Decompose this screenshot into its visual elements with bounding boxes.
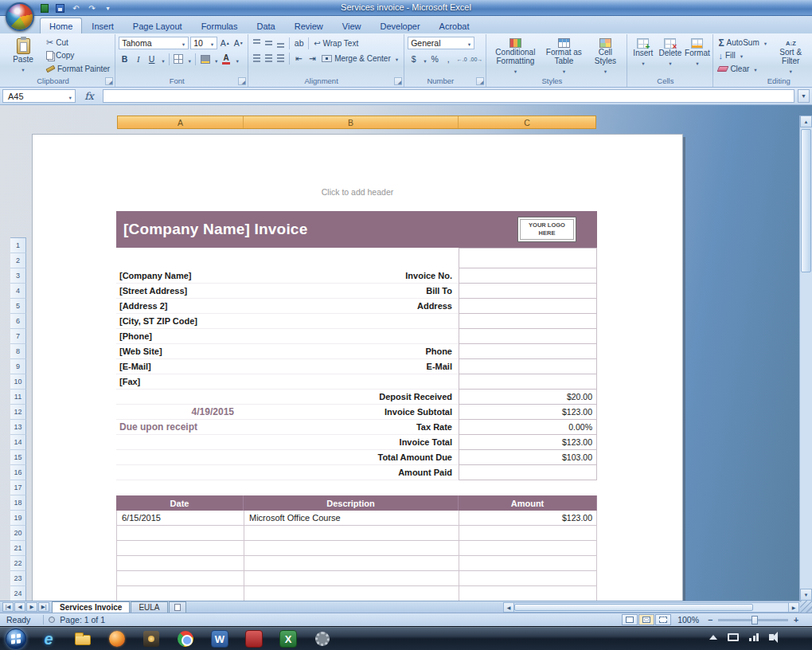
line-item-description[interactable] [244, 586, 459, 601]
summary-note-cell[interactable]: 4/19/2015 [116, 405, 244, 420]
fill-color-button[interactable] [199, 53, 211, 65]
vertical-scrollbar[interactable]: ▲ ▼ [799, 116, 812, 601]
shrink-font-button[interactable]: A▼ [232, 37, 244, 49]
format-cells-button[interactable]: Format [685, 37, 709, 75]
summary-value-cell[interactable]: $123.00 [459, 405, 597, 420]
alignment-dialog-launcher[interactable] [394, 77, 402, 85]
chrome-icon[interactable] [175, 628, 196, 649]
summary-value-cell[interactable]: 0.00% [459, 420, 597, 435]
format-painter-button[interactable]: Format Painter [45, 63, 111, 75]
company-field-cell[interactable]: [Company Name] [116, 268, 244, 284]
row-header[interactable]: 15 [10, 450, 26, 465]
tab-insert[interactable]: Insert [82, 18, 123, 33]
last-sheet-button[interactable]: ▶| [38, 602, 49, 612]
cut-button[interactable]: ✂ Cut [45, 37, 111, 49]
zoom-slider[interactable] [718, 619, 788, 621]
office-button[interactable] [6, 2, 34, 31]
align-right-button[interactable] [275, 54, 286, 63]
row-header[interactable]: 24 [10, 586, 26, 601]
row-header[interactable]: 17 [10, 480, 26, 495]
insert-function-button[interactable]: fx [79, 90, 100, 102]
field-label-cell[interactable] [244, 329, 459, 344]
row-header[interactable]: 11 [10, 390, 26, 405]
invoice-title[interactable]: [Company Name] Invoice [116, 221, 307, 238]
company-field-cell[interactable]: [E-Mail] [116, 359, 244, 374]
sort-filter-button[interactable]: Sort & Filter [771, 37, 810, 75]
company-field-cell[interactable]: [City, ST ZIP Code] [116, 314, 244, 329]
comma-style-button[interactable]: , [443, 53, 455, 65]
previous-sheet-button[interactable]: ◀ [14, 602, 25, 612]
insert-worksheet-tab[interactable] [169, 601, 186, 613]
sheet-tab-eula[interactable]: EULA [131, 601, 167, 613]
field-value-cell[interactable] [459, 344, 597, 359]
increase-decimal-button[interactable] [456, 53, 468, 65]
accounting-format-button[interactable]: $ [408, 53, 420, 65]
summary-value-cell[interactable] [459, 465, 597, 480]
borders-button[interactable] [173, 53, 185, 65]
column-header-b[interactable]: B [244, 116, 459, 128]
field-label-cell[interactable]: Phone [244, 344, 459, 359]
row-header[interactable]: 1 [10, 238, 26, 253]
underline-button[interactable]: U [146, 53, 158, 65]
horizontal-scrollbar[interactable]: ◀ ▶ [503, 602, 799, 613]
network-tray-icon[interactable] [749, 633, 759, 641]
summary-note-cell[interactable] [116, 465, 244, 480]
summary-value-cell[interactable]: $123.00 [459, 435, 597, 450]
field-value-cell[interactable] [459, 329, 597, 344]
decrease-indent-button[interactable]: ⇤ [293, 53, 305, 65]
row-header[interactable]: 12 [10, 405, 26, 420]
row-header[interactable]: 10 [10, 374, 26, 390]
volume-tray-icon[interactable] [769, 634, 774, 640]
summary-label-cell[interactable]: Deposit Received [244, 390, 459, 405]
zoom-in-button[interactable]: + [791, 615, 801, 625]
row-header[interactable]: 2 [10, 253, 26, 268]
clipboard-dialog-launcher[interactable] [105, 77, 113, 85]
number-dialog-launcher[interactable] [476, 77, 484, 85]
delete-cells-button[interactable]: Delete [658, 37, 682, 75]
line-item-date[interactable] [116, 556, 244, 571]
display-tray-icon[interactable] [728, 633, 739, 641]
font-color-button[interactable]: A [221, 53, 232, 65]
field-value-cell[interactable] [459, 284, 597, 299]
field-value-cell[interactable] [459, 268, 597, 284]
accounting-dropdown[interactable] [421, 52, 427, 66]
settings-icon[interactable] [312, 628, 333, 649]
start-button[interactable] [6, 628, 26, 649]
company-field-cell[interactable]: [Fax] [116, 374, 244, 390]
autosum-button[interactable]: Σ AutoSum [716, 37, 769, 49]
row-header[interactable]: 14 [10, 435, 26, 450]
row-header[interactable]: 23 [10, 571, 26, 586]
excel-icon[interactable]: X [278, 628, 299, 649]
amount-column-header[interactable]: Amount [459, 495, 597, 511]
line-item-description[interactable] [244, 541, 459, 556]
line-item-amount[interactable]: $123.00 [459, 511, 597, 526]
line-item-description[interactable] [244, 556, 459, 571]
row-header[interactable]: 7 [10, 329, 26, 344]
row-header[interactable]: 4 [10, 284, 26, 299]
column-header-c[interactable]: C [459, 116, 595, 128]
fill-button[interactable]: ↓ Fill [716, 49, 769, 61]
scroll-left-button[interactable]: ◀ [504, 603, 514, 612]
conditional-formatting-button[interactable]: Conditional Formatting [490, 37, 541, 75]
summary-value-cell[interactable]: $103.00 [459, 450, 597, 465]
font-color-dropdown[interactable] [234, 52, 240, 66]
format-as-table-button[interactable]: Format as Table [543, 37, 584, 75]
line-item-description[interactable] [244, 526, 459, 541]
orientation-button[interactable]: ab [293, 37, 305, 49]
summary-note-cell[interactable]: Due upon receipt [116, 420, 244, 435]
field-label-cell[interactable]: Address [244, 299, 459, 314]
tab-review[interactable]: Review [285, 18, 333, 33]
page-layout-view-button[interactable] [638, 614, 654, 625]
italic-button[interactable]: I [132, 53, 144, 65]
internet-explorer-icon[interactable]: e [38, 628, 59, 649]
row-header[interactable]: 20 [10, 526, 26, 541]
row-header[interactable]: 16 [10, 465, 26, 480]
summary-label-cell[interactable]: Total Amount Due [244, 450, 459, 465]
field-label-cell[interactable]: Bill To [244, 284, 459, 299]
summary-label-cell[interactable]: Amount Paid [244, 465, 459, 480]
zoom-level[interactable]: 100% [677, 615, 699, 625]
line-item-description[interactable] [244, 571, 459, 586]
date-column-header[interactable]: Date [116, 495, 244, 511]
summary-note-cell[interactable] [116, 435, 244, 450]
decrease-decimal-button[interactable] [470, 53, 483, 65]
